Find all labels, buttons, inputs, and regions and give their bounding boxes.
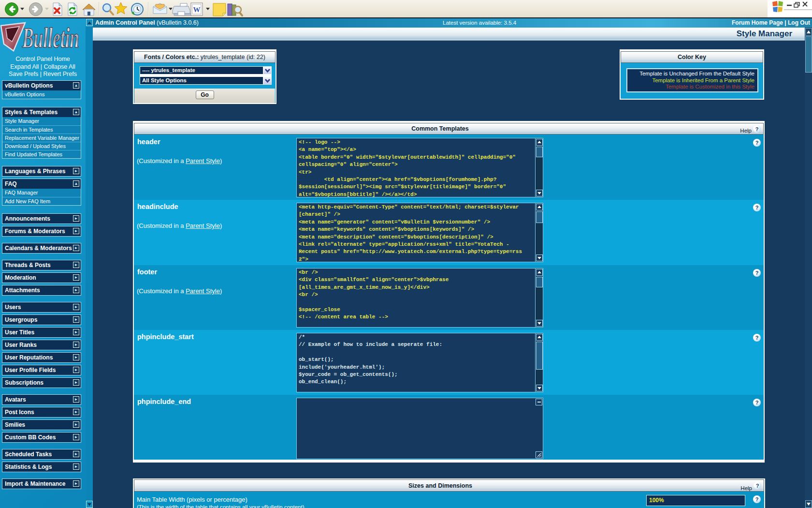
svg-text:W: W xyxy=(193,6,201,14)
svg-text:Bulletin: Bulletin xyxy=(22,22,79,54)
